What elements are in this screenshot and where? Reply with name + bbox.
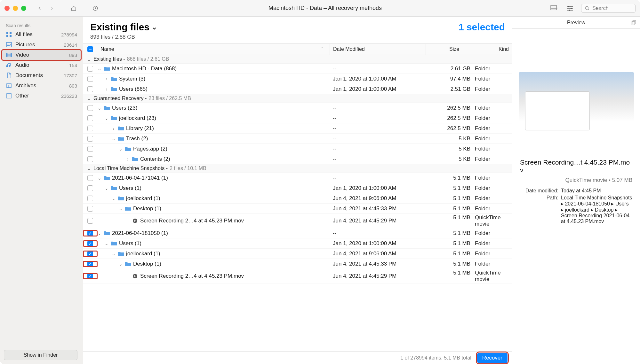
file-row[interactable]: ⌄Pages.app (2)--5 KBFolder [83,144,512,154]
preview-thumbnail [519,72,634,143]
document-icon [6,72,12,79]
file-row[interactable]: ⌄joellockard (1)Jun 4, 2021 at 9:06:00 A… [83,193,512,204]
window-title: Macintosh HD - Data – All recovery metho… [103,5,547,12]
file-row[interactable]: ⌄Users (23)--262.5 MBFolder [83,103,512,113]
row-checkbox[interactable]: ✓ [83,261,97,267]
date-modified: Jun 4, 2021 at 9:06:00 AM [330,251,426,257]
file-row[interactable]: ✓⌄joellockard (1)Jun 4, 2021 at 9:06:00 … [83,249,512,259]
row-checkbox[interactable] [83,86,97,92]
row-name-cell: ⌄Desktop (1) [97,261,330,267]
disclosure-icon[interactable]: › [104,87,109,92]
svg-rect-8 [6,35,8,37]
sidebar-item-documents[interactable]: Documents17307 [0,70,83,81]
close-window-icon[interactable] [4,6,10,11]
date-modified: -- [330,115,426,121]
row-checkbox[interactable] [83,218,97,224]
search-box[interactable] [581,4,636,13]
chevron-down-icon: ⌄ [86,166,92,171]
column-date[interactable]: Date Modified [330,44,426,55]
file-row[interactable]: ›Users (865)Jan 1, 2020 at 1:00:00 AM2.5… [83,84,512,94]
file-row[interactable]: ⌄joellockard (23)--262.5 MBFolder [83,113,512,123]
search-input[interactable] [592,5,628,11]
file-row[interactable]: ⌄Trash (2)--5 KBFolder [83,134,512,144]
disclosure-icon[interactable]: ⌄ [104,186,109,191]
disclosure-icon[interactable]: › [104,76,109,81]
disclosure-icon[interactable]: ⌄ [111,251,116,256]
disclosure-icon[interactable]: ⌄ [111,196,116,201]
disclosure-icon[interactable]: ⌄ [118,206,123,211]
row-checkbox[interactable] [83,136,97,142]
disclosure-icon[interactable]: ⌄ [111,136,116,141]
row-checkbox[interactable] [83,206,97,212]
sidebar-item-all-files[interactable]: All files278994 [0,29,83,40]
section-header[interactable]: ⌄Guaranteed Recovery - 23 files / 262.5 … [83,94,512,103]
sidebar-item-other[interactable]: Other236223 [0,91,83,101]
view-mode-button[interactable] [550,4,559,12]
row-checkbox[interactable] [83,105,97,111]
disclosure-icon[interactable]: ⌄ [118,146,123,151]
disclosure-icon[interactable]: › [111,126,116,131]
history-button[interactable] [91,4,100,13]
home-button[interactable] [69,4,78,13]
sidebar-item-pictures[interactable]: Pictures23614 [0,40,83,50]
row-checkbox[interactable]: ✓ [83,251,97,257]
disclosure-icon[interactable]: ⌄ [104,241,109,246]
disclosure-icon[interactable]: ⌄ [118,261,123,267]
file-row[interactable]: Screen Recording 2…4 at 4.45.23 PM.movJu… [83,214,512,228]
file-row[interactable]: ›System (3)Jan 1, 2020 at 1:00:00 AM97.4… [83,74,512,84]
row-name-cell: ⌄Users (23) [97,105,330,111]
disclosure-icon[interactable]: ⌄ [97,66,102,71]
column-name[interactable]: Name˄ [97,44,330,55]
section-header[interactable]: ⌄Existing files - 868 files / 2.61 GB [83,55,512,64]
settings-button[interactable] [566,4,574,12]
disclosure-icon[interactable]: › [125,157,130,162]
section-header[interactable]: ⌄Local Time Machine Snapshots - 2 files … [83,164,512,173]
disclosure-icon[interactable]: ⌄ [97,231,102,236]
row-checkbox[interactable] [83,185,97,191]
file-row[interactable]: ⌄2021-06-04-171041 (1)--5.1 MBFolder [83,173,512,183]
row-checkbox[interactable] [83,126,97,131]
file-row[interactable]: ›Library (21)--262.5 MBFolder [83,123,512,134]
copy-icon[interactable] [631,20,637,26]
file-row[interactable]: ✓⌄Desktop (1)Jun 4, 2021 at 4:45:33 PM5.… [83,259,512,269]
zoom-window-icon[interactable] [21,6,26,11]
row-checkbox[interactable] [83,175,97,181]
sidebar-item-archives[interactable]: Archives803 [0,81,83,91]
row-checkbox[interactable] [83,115,97,121]
grid-icon [6,31,12,38]
row-checkbox[interactable] [83,156,97,162]
show-in-finder-button[interactable]: Show in Finder [4,350,77,360]
date-modified: Jun 4, 2021 at 4:45:33 PM [330,261,426,267]
minimize-window-icon[interactable] [13,6,18,11]
preview-date: Today at 4:45 PM [561,188,632,194]
file-list[interactable]: ⌄Existing files - 868 files / 2.61 GB⌄Ma… [83,55,512,351]
row-checkbox[interactable]: ✓ [83,273,97,279]
sidebar-item-audio[interactable]: Audio154 [0,60,83,70]
file-row[interactable]: ✓⌄2021-06-04-181050 (1)--5.1 MBFolder [83,228,512,238]
recover-button[interactable]: Recover [477,353,508,363]
file-row[interactable]: ✓Screen Recording 2…4 at 4.45.23 PM.movJ… [83,269,512,283]
movie-icon [132,218,138,224]
row-checkbox[interactable] [83,76,97,82]
file-row[interactable]: ⌄Desktop (1)Jun 4, 2021 at 4:45:33 PM5.1… [83,204,512,214]
file-row[interactable]: ✓⌄Users (1)Jan 1, 2020 at 1:00:00 AM5.1 … [83,238,512,249]
disclosure-icon[interactable]: ⌄ [104,116,109,121]
file-row[interactable]: ⌄Users (1)Jan 1, 2020 at 1:00:00 AM5.1 M… [83,183,512,193]
row-checkbox[interactable] [83,66,97,72]
date-modified: -- [330,156,426,162]
file-row[interactable]: ⌄Macintosh HD - Data (868)--2.61 GBFolde… [83,64,512,74]
back-button[interactable] [35,4,44,13]
forward-button[interactable] [47,4,56,13]
row-checkbox[interactable] [83,196,97,201]
disclosure-icon[interactable]: ⌄ [97,175,102,181]
select-all-checkbox[interactable]: − [83,46,97,52]
file-row[interactable]: ›Contents (2)--5 KBFolder [83,154,512,164]
column-size[interactable]: SizeKind [426,44,512,55]
page-title[interactable]: Existing files⌄ [90,22,157,33]
row-checkbox[interactable]: ✓ [83,241,97,246]
date-modified: Jun 4, 2021 at 4:45:33 PM [330,205,426,212]
sidebar-item-video[interactable]: Video893 [2,50,81,60]
row-checkbox[interactable] [83,146,97,152]
row-checkbox[interactable]: ✓ [83,230,97,236]
disclosure-icon[interactable]: ⌄ [97,105,102,111]
